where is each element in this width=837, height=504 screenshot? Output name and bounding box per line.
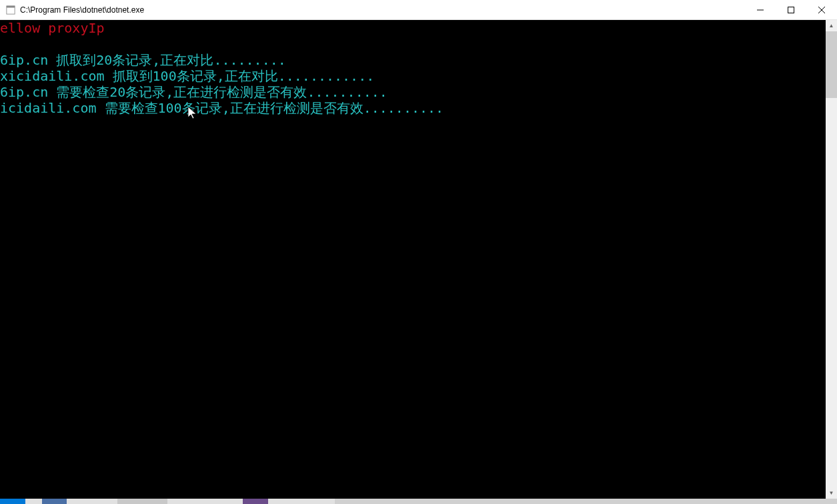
scroll-track[interactable] — [826, 31, 837, 487]
console-line: icidaili.com 需要检查100条记录,正在进行检测是否有效......… — [0, 100, 826, 116]
scroll-thumb[interactable] — [826, 31, 837, 98]
svg-rect-1 — [7, 5, 15, 7]
taskbar[interactable] — [0, 499, 837, 504]
vertical-scrollbar[interactable]: ▲ ▼ — [826, 20, 837, 499]
window-controls — [745, 0, 837, 19]
close-button[interactable] — [806, 0, 837, 19]
minimize-button[interactable] — [745, 0, 776, 19]
console-output[interactable]: ellow proxyIp 6ip.cn 抓取到20条记录,正在对比......… — [0, 20, 826, 499]
console-line: 6ip.cn 需要检查20条记录,正在进行检测是否有效.......... — [0, 84, 826, 100]
console-wrapper: ellow proxyIp 6ip.cn 抓取到20条记录,正在对比......… — [0, 20, 837, 499]
console-line: ellow proxyIp — [0, 20, 826, 36]
console-line: xicidaili.com 抓取到100条记录,正在对比............ — [0, 68, 826, 84]
window-titlebar: C:\Program Files\dotnet\dotnet.exe — [0, 0, 837, 20]
console-line — [0, 36, 826, 52]
app-icon — [5, 5, 16, 15]
console-line: 6ip.cn 抓取到20条记录,正在对比......... — [0, 52, 826, 68]
window-title: C:\Program Files\dotnet\dotnet.exe — [20, 5, 745, 15]
scroll-down-arrow[interactable]: ▼ — [826, 487, 837, 499]
maximize-button[interactable] — [776, 0, 806, 19]
svg-rect-3 — [788, 7, 794, 13]
scroll-up-arrow[interactable]: ▲ — [826, 20, 837, 31]
